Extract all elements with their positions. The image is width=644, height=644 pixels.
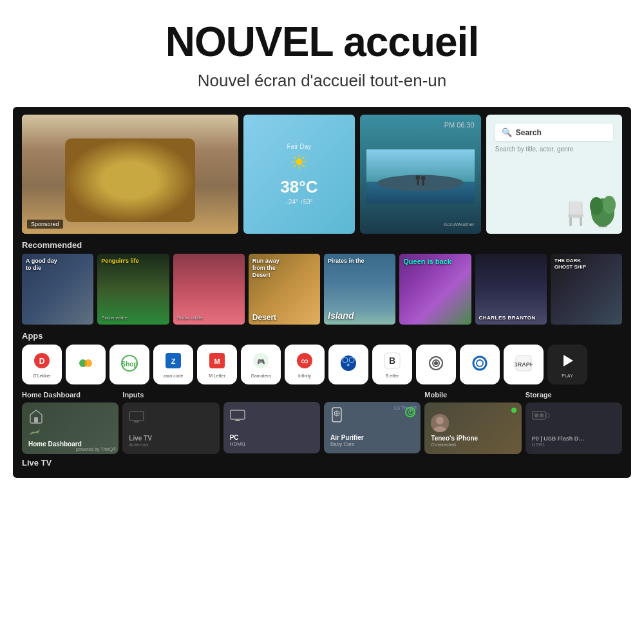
hero-time-card[interactable]: PM 06:30 [360, 115, 481, 234]
air-card[interactable]: LG ThinQ® ⏻ Air Purifier Baby Care [324, 402, 421, 453]
accu-weather-badge: AccuWeather [366, 222, 475, 227]
rec-card-6[interactable]: CHARLES BRANTON [475, 254, 547, 325]
hero-row: Sponsored Fair Day ☀ 38°C ↓24° ↑53° PM 0… [22, 115, 622, 234]
svg-rect-60 [540, 413, 544, 417]
svg-point-18 [84, 359, 92, 367]
storage-section: Storage P0 | USB Flash D… USB1 [526, 391, 622, 454]
connected-indicator [511, 408, 516, 413]
app-zaracode[interactable]: Z zara.code [153, 345, 193, 384]
app-logo-m [77, 354, 95, 375]
inputs-label: Inputs [122, 391, 219, 399]
app-logo-zaracode: Z [164, 352, 182, 372]
svg-marker-42 [564, 355, 573, 366]
app-b[interactable]: B B etter [372, 345, 412, 384]
svg-point-37 [434, 361, 438, 365]
app-logo-gamatera: 🎮 [252, 352, 270, 372]
svg-rect-10 [580, 217, 582, 226]
hero-image [22, 115, 238, 234]
home-icon [28, 409, 44, 424]
rec-title-1: Penguin's life [101, 258, 138, 265]
mobile-section: Mobile Teneo's iPhone Connected [424, 391, 521, 454]
app-infinity[interactable]: ∞ Infinity [285, 345, 325, 384]
app-mletter[interactable]: M M Letter [197, 345, 237, 384]
svg-text:Shop: Shop [122, 361, 138, 368]
app-name-mletter: M Letter [209, 374, 225, 378]
app-name-zaracode: zara.code [164, 374, 184, 378]
rec-card-7[interactable]: THE DARK GHOST SHIP [551, 254, 622, 325]
weather-temp: 38°C [280, 177, 317, 197]
pc-name: PC [230, 434, 239, 441]
pc-section: PC HDMI1 [223, 391, 320, 454]
app-logo-infinity: ∞ [296, 352, 314, 372]
svg-point-3 [415, 176, 420, 180]
pc-card[interactable]: PC HDMI1 [223, 402, 320, 453]
svg-rect-47 [231, 410, 245, 419]
home-dashboard-card[interactable]: Home Dashboard powered by ThinQ® [22, 402, 118, 454]
app-m[interactable] [66, 345, 106, 384]
rec-island-big: Island [328, 310, 354, 321]
recommended-label: Recommended [22, 240, 622, 250]
svg-rect-44 [129, 412, 144, 421]
landscape-image [366, 134, 475, 219]
app-gamatera[interactable]: 🎮 Gamatera [241, 345, 281, 384]
rec-title-7: THE DARK GHOST SHIP [554, 258, 586, 270]
rec-card-5[interactable]: Queen is back [399, 254, 471, 325]
app-play[interactable]: PLAY [547, 345, 587, 384]
live-tv-name: Live TV [129, 435, 152, 442]
rec-title-0: A good day to die [26, 258, 57, 272]
app-logo-play [558, 352, 576, 372]
app-logo-circles [471, 354, 489, 375]
svg-text:B: B [389, 355, 395, 366]
hero-weather-card[interactable]: Fair Day ☀ 38°C ↓24° ↑53° [243, 115, 355, 234]
svg-point-13 [590, 197, 603, 215]
home-dashboard-label: Home Dashboard [22, 391, 118, 399]
app-logo-olekker: D [33, 352, 51, 372]
storage-sub: USB1 [532, 442, 545, 448]
app-shop[interactable]: Shop [109, 345, 149, 384]
live-tv-section-label: Live TV [22, 458, 622, 468]
app-graph[interactable]: GRAPH [504, 345, 544, 384]
app-logo-settings [427, 354, 445, 375]
plant-decoration [590, 187, 616, 229]
page-title: NOUVEL accueil [13, 19, 631, 64]
svg-text:Z: Z [171, 357, 176, 365]
apps-row: D O'Lekker Shop Z zara.code [22, 345, 622, 384]
search-box[interactable]: 🔍 Search [495, 124, 613, 141]
app-name-gamatera: Gamatera [251, 374, 270, 378]
app-disney[interactable]: ✦ [328, 345, 368, 384]
monitor-icon [230, 410, 245, 422]
storage-card[interactable]: P0 | USB Flash D… USB1 [526, 402, 622, 454]
svg-point-14 [603, 196, 616, 214]
svg-text:∞: ∞ [301, 355, 308, 366]
header-section: NOUVEL accueil Nouvel écran d'accueil to… [0, 0, 644, 107]
svg-text:✦: ✦ [346, 362, 351, 368]
hero-main-card[interactable]: Sponsored [22, 115, 238, 234]
app-name-infinity: Infinity [298, 374, 311, 378]
svg-text:GRAPH: GRAPH [515, 361, 533, 368]
mobile-card[interactable]: Teneo's iPhone Connected [424, 402, 521, 454]
apps-label: Apps [22, 331, 622, 341]
hero-search-card[interactable]: 🔍 Search Search by title, actor, genre [486, 115, 622, 234]
app-settings[interactable] [416, 345, 456, 384]
rec-card-0[interactable]: A good day to die [22, 254, 93, 325]
rec-card-3[interactable]: Run away from the Desert Desert [249, 254, 320, 325]
home-dashboard-section: Home Dashboard Home Dashboard powered by… [22, 391, 118, 454]
rec-card-4[interactable]: Pirates in the Island [324, 254, 395, 325]
live-tv-card[interactable]: Live TV Antenna [122, 402, 219, 454]
rec-card-1[interactable]: Penguin's life Snow white [97, 254, 169, 325]
avatar [431, 414, 449, 432]
svg-rect-43 [34, 417, 38, 422]
svg-rect-8 [568, 214, 583, 217]
sun-icon: ☀ [290, 150, 308, 175]
app-circles[interactable] [460, 345, 500, 384]
air-sub: Baby Care [330, 441, 355, 447]
mobile-sub: Connected [431, 442, 456, 448]
svg-point-5 [421, 176, 426, 181]
home-dash-thinq: powered by ThinQ® [76, 447, 116, 451]
chair-decoration [564, 202, 587, 227]
rec-card-2[interactable]: Snow white [173, 254, 245, 325]
app-logo-graph: GRAPH [515, 354, 533, 375]
live-tv-sub: Antenna [129, 442, 148, 448]
dashboard-sections-row: Home Dashboard Home Dashboard powered by… [22, 391, 622, 454]
app-olekker[interactable]: D O'Lekker [22, 345, 62, 384]
